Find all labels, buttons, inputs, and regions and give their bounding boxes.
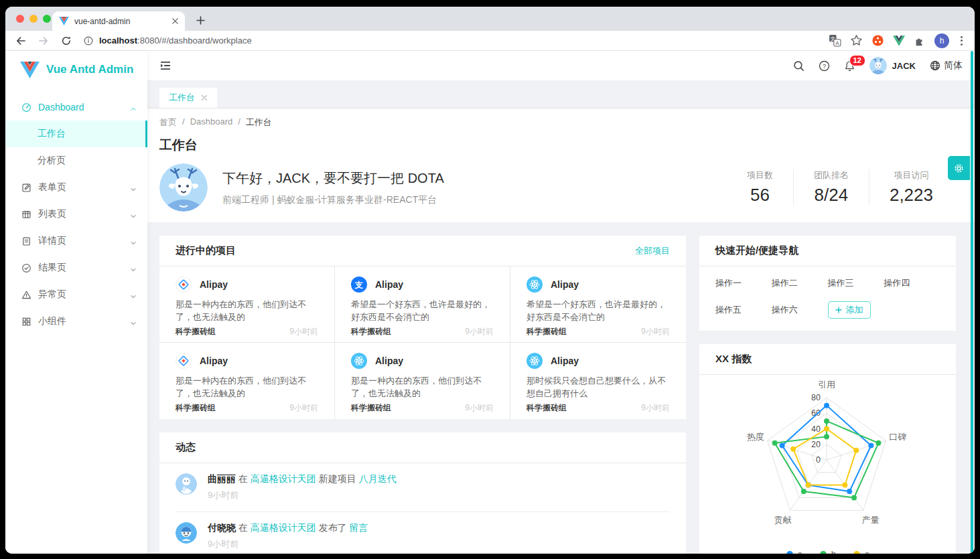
table-icon — [21, 210, 31, 220]
bookmark-star-icon[interactable] — [850, 34, 863, 47]
project-card[interactable]: Alipay那是一种内在的东西，他们到达不了，也无法触及的科学搬砖组9小时前 — [159, 266, 335, 343]
sidebar-item-3[interactable]: 分析页 — [5, 147, 147, 174]
page-tab-workplace[interactable]: 工作台 — [159, 88, 217, 108]
exception-icon — [21, 290, 31, 300]
project-card[interactable]: Alipay那时候我只会想自己想要什么，从不想自己拥有什么科学搬砖组9小时前 — [510, 343, 686, 419]
project-updated-time: 9小时前 — [641, 402, 670, 414]
project-card[interactable]: Alipay希望是一个好东西，也许是最好的，好东西是不会消亡的科学搬砖组9小时前 — [510, 266, 686, 343]
tab-close-icon[interactable] — [172, 18, 178, 24]
project-name[interactable]: Alipay — [375, 279, 403, 290]
page-scroll-area[interactable]: 首页/Dashboard/工作台 工作台 下午好，JACK，要不要打一把 DOT… — [147, 108, 975, 554]
react-icon — [527, 353, 543, 369]
project-card-top: Alipay — [351, 353, 494, 369]
project-group-link[interactable]: 科学搬砖组 — [176, 402, 216, 414]
all-projects-link[interactable]: 全部项目 — [635, 245, 670, 257]
language-switcher[interactable]: 简体 — [930, 60, 963, 72]
extensions-puzzle-icon[interactable] — [914, 35, 926, 47]
sidebar-item-7[interactable]: 结果页 — [5, 254, 147, 281]
project-name[interactable]: Alipay — [551, 279, 579, 290]
browser-tab[interactable]: vue-antd-admin — [52, 11, 185, 31]
quick-nav-link[interactable]: 操作六 — [772, 304, 828, 316]
quick-nav-link[interactable]: 操作三 — [828, 277, 884, 289]
project-name[interactable]: Alipay — [200, 279, 228, 290]
sidebar-item-6[interactable]: 详情页 — [5, 228, 147, 254]
extension-orange-icon[interactable] — [871, 34, 884, 47]
radar-chart-svg: 引用口碑产量贡献热度020406080 — [699, 375, 956, 544]
chrome-profile-avatar[interactable]: h — [934, 33, 949, 48]
project-description: 希望是一个好东西，也许是最好的，好东西是不会消亡的 — [527, 298, 670, 323]
project-name[interactable]: Alipay — [200, 355, 228, 366]
radar-tick-label: 40 — [811, 424, 821, 434]
project-group-link[interactable]: 科学搬砖组 — [527, 326, 567, 337]
legend-item-a[interactable]: a — [786, 549, 802, 554]
sidebar-item-9[interactable]: 小组件 — [5, 308, 147, 335]
minimize-window-button[interactable] — [29, 15, 38, 23]
translate-icon[interactable]: 文A — [829, 34, 841, 47]
projects-grid: Alipay那是一种内在的东西，他们到达不了，也无法触及的科学搬砖组9小时前支A… — [159, 266, 686, 419]
legend-item-b[interactable]: b — [820, 549, 836, 554]
project-name[interactable]: Alipay — [551, 355, 579, 366]
back-icon[interactable] — [15, 35, 27, 47]
project-card-top: Alipay — [527, 353, 670, 369]
stat-block: 项目访问2,223 — [869, 169, 953, 206]
quick-nav-link[interactable]: 操作五 — [715, 304, 772, 316]
activity-user[interactable]: 曲丽丽 — [208, 473, 238, 484]
user-avatar — [176, 522, 197, 544]
sidebar-item-4[interactable]: 表单页 — [5, 174, 147, 201]
alipay-icon: 支 — [351, 276, 367, 293]
notification-bell-icon[interactable]: 12 — [844, 60, 855, 72]
left-column: 进行中的项目 全部项目 Alipay那是一种内在的东西，他们到达不了，也无法触及… — [159, 236, 686, 554]
sidebar-item-2[interactable]: 工作台 — [5, 121, 147, 147]
help-icon[interactable]: ? — [819, 60, 830, 72]
activity-word: 在 — [238, 473, 251, 484]
sidebar-item-5[interactable]: 列表页 — [5, 201, 147, 228]
project-card[interactable]: Alipay那是一种内在的东西，他们到达不了，也无法触及的科学搬砖组9小时前 — [335, 343, 510, 419]
close-window-button[interactable] — [16, 15, 24, 23]
app-logo[interactable]: Vue Antd Admin — [5, 51, 147, 88]
breadcrumb-item[interactable]: Dashboard — [190, 116, 233, 129]
radar-tick-label: 0 — [816, 455, 821, 465]
project-group-link[interactable]: 科学搬砖组 — [351, 326, 391, 337]
sidebar-item-label: 分析页 — [38, 155, 137, 167]
quick-nav-link[interactable]: 操作四 — [884, 277, 940, 289]
url-field[interactable]: localhost:8080/#/dashboard/workplace — [83, 35, 818, 46]
quick-nav-link[interactable]: 操作二 — [772, 277, 828, 289]
page-tab-label: 工作台 — [169, 92, 195, 104]
activity-link[interactable]: 高逼格设计天团 — [251, 522, 319, 533]
breadcrumb-item[interactable]: 首页 — [159, 116, 177, 129]
vue-logo-icon — [20, 62, 40, 78]
new-tab-button[interactable] — [193, 13, 208, 27]
project-group-link[interactable]: 科学搬砖组 — [527, 402, 567, 414]
project-name[interactable]: Alipay — [375, 355, 403, 366]
browser-tabbar: vue-antd-admin — [5, 7, 975, 31]
stat-block: 团队排名8/24 — [793, 169, 869, 206]
project-card[interactable]: Alipay那是一种内在的东西，他们到达不了，也无法触及的科学搬砖组9小时前 — [159, 343, 335, 419]
site-info-icon[interactable] — [83, 35, 94, 46]
page-tab-close-icon[interactable] — [201, 94, 208, 101]
legend-item-c[interactable]: c — [853, 549, 869, 554]
forward-icon[interactable] — [38, 35, 50, 47]
search-icon[interactable] — [793, 60, 804, 72]
project-description: 那时候我只会想自己想要什么，从不想自己拥有什么 — [527, 374, 670, 400]
project-card-footer: 科学搬砖组9小时前 — [351, 326, 494, 337]
menu-fold-icon[interactable] — [159, 60, 171, 72]
add-quick-nav-button[interactable]: 添加 — [828, 301, 871, 319]
reload-icon[interactable] — [60, 35, 72, 47]
zoom-window-button[interactable] — [43, 15, 51, 23]
activity-link[interactable]: 留言 — [350, 522, 368, 533]
chrome-menu-icon[interactable] — [958, 36, 965, 46]
project-group-link[interactable]: 科学搬砖组 — [176, 326, 216, 337]
project-card[interactable]: 支Alipay希望是一个好东西，也许是最好的，好东西是不会消亡的科学搬砖组9小时… — [335, 266, 510, 343]
scrollbar-thumb[interactable] — [971, 51, 973, 554]
activity-link[interactable]: 高逼格设计天团 — [251, 473, 319, 484]
activity-user[interactable]: 付晓晓 — [208, 522, 238, 533]
vue-devtools-icon[interactable] — [893, 35, 905, 46]
user-menu[interactable]: JACK — [869, 57, 916, 74]
activity-link[interactable]: 八月迭代 — [359, 473, 397, 484]
sidebar-item-8[interactable]: 异常页 — [5, 281, 147, 308]
antd-icon — [176, 276, 192, 293]
quick-nav-link[interactable]: 操作一 — [715, 277, 772, 289]
sidebar-item-1[interactable]: Dashboard — [5, 94, 147, 121]
settings-gear-button[interactable] — [948, 156, 970, 180]
project-group-link[interactable]: 科学搬砖组 — [351, 402, 391, 414]
